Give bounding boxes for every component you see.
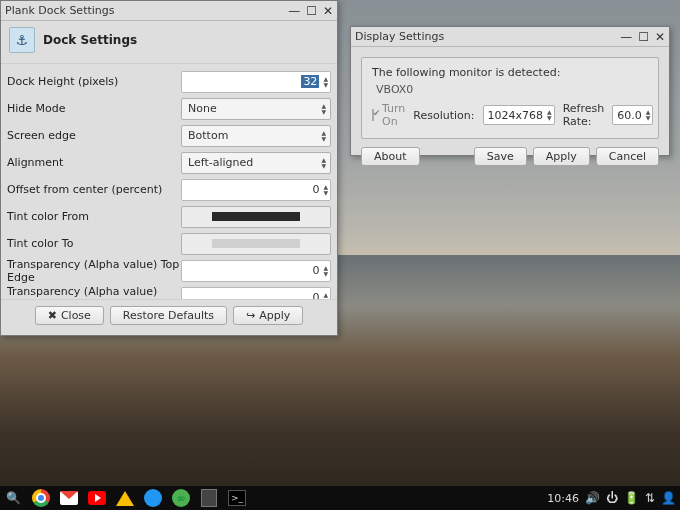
tint-to-label: Tint color To xyxy=(7,237,181,250)
screen-edge-label: Screen edge xyxy=(7,129,181,142)
apply-icon: ↪ xyxy=(246,309,255,322)
hide-mode-label: Hide Mode xyxy=(7,102,181,115)
dock-settings-header: Dock Settings xyxy=(1,21,337,64)
minimize-icon[interactable]: — xyxy=(288,4,300,18)
alpha-top-input[interactable]: 0 ▲▼ xyxy=(181,260,331,282)
chevron-down-icon[interactable]: ▼ xyxy=(646,115,651,121)
editor-icon[interactable] xyxy=(200,489,218,507)
restore-defaults-button[interactable]: Restore Defaults xyxy=(110,306,227,325)
screen-edge-select[interactable]: Bottom ▲▼ xyxy=(181,125,331,147)
close-icon[interactable]: ✕ xyxy=(323,4,333,18)
dock-settings-titlebar[interactable]: Plank Dock Settings — ☐ ✕ xyxy=(1,1,337,21)
network-icon[interactable]: ⇅ xyxy=(645,491,655,505)
taskbar: 🔍 ∞ >_ 10:46 🔊 ⏻ 🔋 ⇅ 👤 xyxy=(0,486,680,510)
battery-icon[interactable]: 🔋 xyxy=(624,491,639,505)
dock-settings-heading: Dock Settings xyxy=(43,33,137,47)
close-icon[interactable]: ✕ xyxy=(655,30,665,44)
display-settings-window: Display Settings — ☐ ✕ The following mon… xyxy=(350,26,670,156)
dock-height-label: Dock Height (pixels) xyxy=(7,75,181,88)
save-button[interactable]: Save xyxy=(474,147,527,166)
user-icon[interactable]: 👤 xyxy=(661,491,676,505)
close-button[interactable]: ✖Close xyxy=(35,306,104,325)
chevron-down-icon[interactable]: ▼ xyxy=(323,82,328,88)
maximize-icon[interactable]: ☐ xyxy=(306,4,317,18)
chevron-down-icon[interactable]: ▼ xyxy=(321,109,326,115)
drive-icon[interactable] xyxy=(116,489,134,507)
terminal-icon[interactable]: >_ xyxy=(228,489,246,507)
plank-anchor-icon xyxy=(9,27,35,53)
refresh-rate-label: Refresh Rate: xyxy=(563,102,605,128)
chevron-down-icon[interactable]: ▼ xyxy=(321,163,326,169)
offset-label: Offset from center (percent) xyxy=(7,183,181,196)
maximize-icon[interactable]: ☐ xyxy=(638,30,649,44)
chevron-down-icon[interactable]: ▼ xyxy=(547,115,552,121)
resolution-label: Resolution: xyxy=(413,109,474,122)
chevron-down-icon[interactable]: ▼ xyxy=(321,136,326,142)
alpha-top-label: Transparency (Alpha value) Top Edge xyxy=(7,258,181,284)
tint-from-label: Tint color From xyxy=(7,210,181,223)
alignment-select[interactable]: Left-aligned ▲▼ xyxy=(181,152,331,174)
hide-mode-select[interactable]: None ▲▼ xyxy=(181,98,331,120)
display-settings-title: Display Settings xyxy=(355,30,620,43)
search-icon[interactable]: 🔍 xyxy=(4,489,22,507)
tint-to-color[interactable] xyxy=(181,233,331,255)
files-icon[interactable] xyxy=(144,489,162,507)
link-icon[interactable]: ∞ xyxy=(172,489,190,507)
dock-settings-title: Plank Dock Settings xyxy=(5,4,288,17)
turn-on-label: Turn On xyxy=(382,102,405,128)
turn-on-checkbox[interactable] xyxy=(372,109,374,121)
chrome-icon[interactable] xyxy=(32,489,50,507)
monitor-detected-text: The following monitor is detected: xyxy=(372,66,648,79)
dock-settings-window: Plank Dock Settings — ☐ ✕ Dock Settings … xyxy=(0,0,338,336)
cancel-button[interactable]: Cancel xyxy=(596,147,659,166)
youtube-icon[interactable] xyxy=(88,489,106,507)
tint-from-color[interactable] xyxy=(181,206,331,228)
resolution-select[interactable]: 1024x768 ▲▼ xyxy=(483,105,555,125)
close-icon: ✖ xyxy=(48,309,57,322)
power-icon[interactable]: ⏻ xyxy=(606,491,618,505)
dock-height-input[interactable]: 32 ▲▼ xyxy=(181,71,331,93)
apply-button[interactable]: Apply xyxy=(533,147,590,166)
apply-button[interactable]: ↪Apply xyxy=(233,306,303,325)
alignment-label: Alignment xyxy=(7,156,181,169)
minimize-icon[interactable]: — xyxy=(620,30,632,44)
about-button[interactable]: About xyxy=(361,147,420,166)
gmail-icon[interactable] xyxy=(60,489,78,507)
display-settings-titlebar[interactable]: Display Settings — ☐ ✕ xyxy=(351,27,669,47)
monitor-name: VBOX0 xyxy=(376,83,648,96)
offset-input[interactable]: 0 ▲▼ xyxy=(181,179,331,201)
refresh-rate-select[interactable]: 60.0 ▲▼ xyxy=(612,105,653,125)
chevron-down-icon[interactable]: ▼ xyxy=(323,190,328,196)
volume-icon[interactable]: 🔊 xyxy=(585,491,600,505)
chevron-down-icon[interactable]: ▼ xyxy=(323,271,328,277)
clock[interactable]: 10:46 xyxy=(547,492,579,505)
